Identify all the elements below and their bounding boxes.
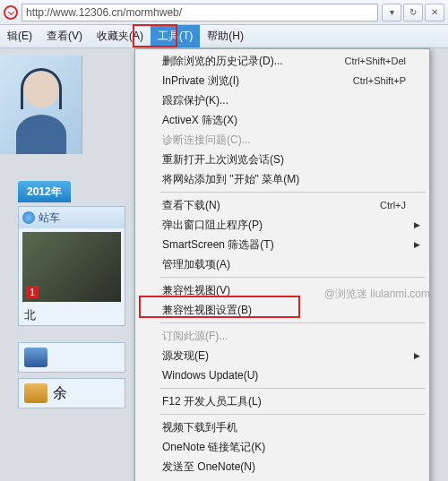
label: SmartScreen 筛选器(T) xyxy=(162,237,274,253)
station-header-label: 站车 xyxy=(39,210,60,226)
label: 删除浏览的历史记录(D)... xyxy=(162,54,283,69)
menu-compat-settings[interactable]: 兼容性视图设置(B) xyxy=(137,300,427,320)
label: 视频下载到手机 xyxy=(162,420,237,435)
menu-view-downloads[interactable]: 查看下载(N) Ctrl+J xyxy=(137,195,427,215)
label: 兼容性视图设置(B) xyxy=(162,303,252,318)
menu-edit[interactable]: 辑(E) xyxy=(0,25,39,47)
agent-photo xyxy=(0,56,82,154)
label: 发送至 OneNote(N) xyxy=(162,460,255,475)
label: 兼容性视图(V) xyxy=(162,283,230,298)
menu-f12[interactable]: F12 开发人员工具(L) xyxy=(137,391,427,411)
shortcut: Ctrl+Shift+P xyxy=(353,75,406,86)
side-strip-1[interactable] xyxy=(18,342,125,373)
label: F12 开发人员工具(L) xyxy=(162,394,262,409)
menu-feed-discovery[interactable]: 源发现(E)▶ xyxy=(137,346,427,365)
globe-icon xyxy=(22,211,35,224)
stop-button[interactable]: ✕ xyxy=(425,4,444,21)
label: InPrivate 浏览(I) xyxy=(162,73,239,89)
submenu-arrow-icon: ▶ xyxy=(414,220,420,229)
address-controls: ▾ ↻ ✕ xyxy=(382,4,444,21)
menu-feed: 订阅此源(F)... xyxy=(137,326,427,346)
menu-tracking[interactable]: 跟踪保护(K)... xyxy=(137,90,427,110)
submenu-arrow-icon: ▶ xyxy=(414,240,420,249)
side-strip-2[interactable]: 余 xyxy=(18,378,125,408)
menu-diagnose: 诊断连接问题(C)... xyxy=(137,130,427,150)
refresh-button[interactable]: ↻ xyxy=(403,4,423,21)
menu-wlw[interactable]: 在 Windows Live Writer 中写入日志(B) xyxy=(137,477,427,481)
menu-smartscreen[interactable]: SmartScreen 筛选器(T)▶ xyxy=(137,235,427,254)
label: 源发现(E) xyxy=(162,348,209,364)
station-header[interactable]: 站车 xyxy=(19,207,125,228)
label: 诊断连接问题(C)... xyxy=(162,133,251,148)
label: Windows Update(U) xyxy=(162,369,258,382)
submenu-arrow-icon: ▶ xyxy=(414,351,420,360)
menu-reopen[interactable]: 重新打开上次浏览会话(S) xyxy=(137,150,427,169)
menu-add-start[interactable]: 将网站添加到 "开始" 菜单(M) xyxy=(137,169,427,189)
label: OneNote 链接笔记(K) xyxy=(162,440,265,455)
headset-icon xyxy=(21,68,62,109)
separator xyxy=(160,388,426,389)
thumbnail-caption: 北 xyxy=(19,305,125,325)
separator xyxy=(160,192,426,193)
label: 将网站添加到 "开始" 菜单(M) xyxy=(162,172,299,187)
site-icon xyxy=(4,5,18,20)
menu-bar: 辑(E) 查看(V) 收藏夹(A) 工具(T) 帮助(H) xyxy=(0,25,448,48)
menu-inprivate[interactable]: InPrivate 浏览(I) Ctrl+Shift+P xyxy=(137,71,427,90)
tools-dropdown: 删除浏览的历史记录(D)... Ctrl+Shift+Del InPrivate… xyxy=(134,48,430,481)
menu-popup[interactable]: 弹出窗口阻止程序(P)▶ xyxy=(137,215,427,235)
strip-label: 余 xyxy=(53,384,67,403)
label: 跟踪保护(K)... xyxy=(162,93,228,108)
label: 重新打开上次浏览会话(S) xyxy=(162,152,284,167)
menu-windows-update[interactable]: Windows Update(U) xyxy=(137,365,427,385)
dropdown-button[interactable]: ▾ xyxy=(382,4,401,21)
thumbnail-badge: 1 xyxy=(26,286,39,298)
menu-help[interactable]: 帮助(H) xyxy=(200,25,251,47)
menu-onenote-send[interactable]: 发送至 OneNote(N) xyxy=(137,457,427,477)
label: 订阅此源(F)... xyxy=(162,329,228,344)
label: 弹出窗口阻止程序(P) xyxy=(162,218,263,233)
label: 查看下载(N) xyxy=(162,198,220,213)
year-tab[interactable]: 2012年 xyxy=(18,181,71,202)
menu-view[interactable]: 查看(V) xyxy=(39,25,90,47)
shortcut: Ctrl+J xyxy=(380,200,406,210)
news-thumbnail[interactable]: 1 xyxy=(22,232,121,302)
separator xyxy=(160,277,426,278)
station-panel: 站车 1 北 xyxy=(18,206,125,326)
monitor-icon xyxy=(24,348,47,367)
label: 管理加载项(A) xyxy=(162,257,230,272)
menu-delete-history[interactable]: 删除浏览的历史记录(D)... Ctrl+Shift+Del xyxy=(137,51,427,71)
menu-video-mobile[interactable]: 视频下载到手机 xyxy=(137,417,427,437)
menu-activex[interactable]: ActiveX 筛选(X) xyxy=(137,110,427,130)
page-left-column: 2012年 站车 1 北 余 xyxy=(0,48,134,481)
label: ActiveX 筛选(X) xyxy=(162,113,237,128)
shortcut: Ctrl+Shift+Del xyxy=(345,56,406,66)
menu-addons[interactable]: 管理加载项(A) xyxy=(137,254,427,274)
separator xyxy=(160,322,426,323)
watermark: @浏览迷 liulanmi.com xyxy=(324,287,430,302)
menu-onenote-link[interactable]: OneNote 链接笔记(K) xyxy=(137,437,427,457)
folder-icon xyxy=(24,383,47,403)
url-input[interactable] xyxy=(22,4,378,21)
menu-favorites[interactable]: 收藏夹(A) xyxy=(90,25,151,47)
menu-tools[interactable]: 工具(T) xyxy=(151,25,200,47)
address-bar: ▾ ↻ ✕ xyxy=(0,0,448,25)
separator xyxy=(160,414,426,415)
